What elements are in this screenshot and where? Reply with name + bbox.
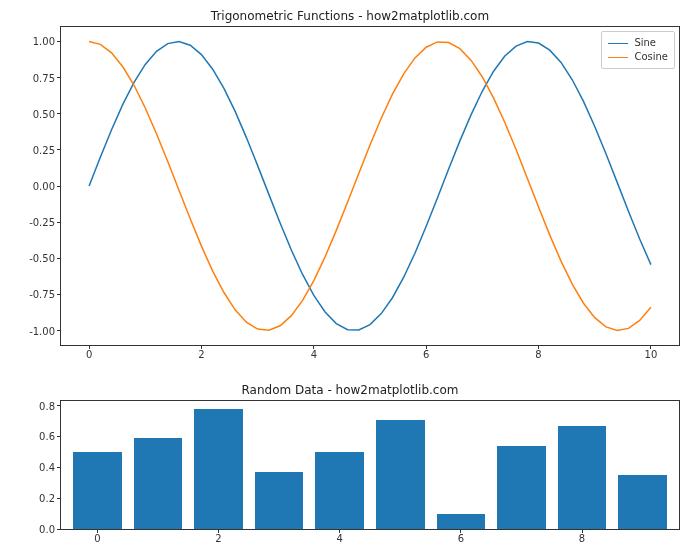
ytick-label: -0.50 <box>29 253 61 264</box>
chart-title-bottom: Random Data - how2matplotlib.com <box>0 383 700 397</box>
legend: Sine Cosine <box>601 31 675 69</box>
legend-swatch-cosine <box>608 57 628 58</box>
line-chart-axes: Sine Cosine -1.00-0.75-0.50-0.250.000.25… <box>60 26 680 346</box>
ytick-label: 0.2 <box>39 493 61 504</box>
xtick-label: 4 <box>337 529 343 544</box>
xtick-label: 8 <box>535 345 541 360</box>
bar <box>437 514 485 529</box>
bar <box>618 475 666 529</box>
ytick-label: 0.4 <box>39 462 61 473</box>
line-sine <box>89 41 651 330</box>
bar <box>194 409 242 529</box>
xtick-label: 8 <box>579 529 585 544</box>
legend-entry-cosine: Cosine <box>608 50 668 64</box>
bar <box>315 452 363 529</box>
ytick-label: 0.0 <box>39 524 61 535</box>
ytick-label: 0.6 <box>39 431 61 442</box>
bar <box>558 426 606 529</box>
legend-label-cosine: Cosine <box>634 50 668 64</box>
xtick-label: 2 <box>198 345 204 360</box>
xtick-label: 0 <box>86 345 92 360</box>
figure: Trigonometric Functions - how2matplotlib… <box>0 0 700 560</box>
ytick-label: 1.00 <box>33 36 61 47</box>
xtick-label: 2 <box>215 529 221 544</box>
legend-swatch-sine <box>608 43 628 44</box>
xtick-label: 4 <box>311 345 317 360</box>
legend-entry-sine: Sine <box>608 36 668 50</box>
xtick-label: 6 <box>458 529 464 544</box>
line-chart-plot <box>61 27 679 345</box>
xtick-label: 10 <box>645 345 658 360</box>
bar <box>73 452 121 529</box>
ytick-label: -0.25 <box>29 217 61 228</box>
ytick-label: -0.75 <box>29 289 61 300</box>
ytick-label: -1.00 <box>29 325 61 336</box>
xtick-label: 0 <box>94 529 100 544</box>
ytick-label: 0.75 <box>33 72 61 83</box>
ytick-label: 0.8 <box>39 400 61 411</box>
bar <box>376 420 424 529</box>
ytick-label: 0.00 <box>33 181 61 192</box>
bar-chart-axes: 0.00.20.40.60.802468 <box>60 400 680 530</box>
line-cosine <box>89 41 651 330</box>
bar <box>134 438 182 529</box>
bar <box>255 472 303 529</box>
legend-label-sine: Sine <box>634 36 656 50</box>
ytick-label: 0.50 <box>33 108 61 119</box>
chart-title-top: Trigonometric Functions - how2matplotlib… <box>0 9 700 23</box>
ytick-label: 0.25 <box>33 144 61 155</box>
bar <box>497 446 545 529</box>
xtick-label: 6 <box>423 345 429 360</box>
